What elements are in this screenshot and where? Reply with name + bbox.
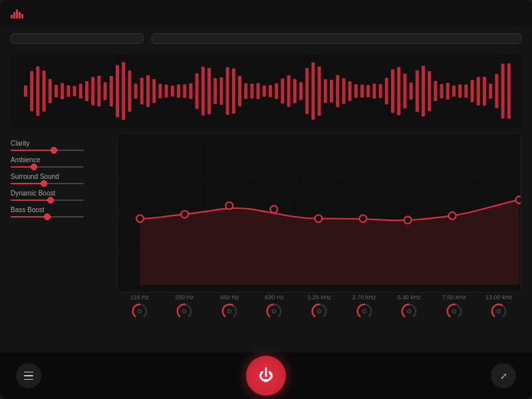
knob-item-6 xyxy=(386,302,432,321)
logo-bar-2 xyxy=(13,12,15,19)
preset-dropdown[interactable] xyxy=(11,33,144,44)
expand-button[interactable]: ⤢ xyxy=(491,363,516,388)
knob-item-8 xyxy=(477,302,522,321)
menu-line-2 xyxy=(24,375,33,376)
slider-surround-sound[interactable] xyxy=(11,183,84,184)
control-item-dynamic-boost: Dynamic Boost xyxy=(11,190,117,201)
svg-point-103 xyxy=(273,309,277,313)
logo-icon xyxy=(11,8,23,19)
svg-rect-51 xyxy=(336,75,339,108)
svg-rect-36 xyxy=(244,83,247,99)
logo xyxy=(11,8,27,19)
freq-label-0: 115 Hz xyxy=(117,294,162,301)
freq-label-5: 2.70 kHz xyxy=(342,294,387,301)
svg-rect-71 xyxy=(458,84,462,98)
svg-rect-20 xyxy=(146,75,150,107)
svg-rect-31 xyxy=(213,78,217,104)
slider-row-4 xyxy=(11,216,117,217)
svg-point-91 xyxy=(136,215,144,222)
svg-rect-3 xyxy=(43,70,46,111)
svg-rect-45 xyxy=(299,82,303,100)
svg-rect-39 xyxy=(263,86,266,97)
svg-rect-49 xyxy=(324,79,327,103)
svg-point-106 xyxy=(407,309,411,313)
svg-rect-24 xyxy=(171,86,174,96)
svg-rect-2 xyxy=(36,66,39,116)
svg-rect-74 xyxy=(477,76,480,105)
svg-rect-68 xyxy=(440,84,444,98)
svg-rect-13 xyxy=(104,82,107,100)
svg-rect-27 xyxy=(189,83,192,99)
svg-rect-5 xyxy=(55,84,58,97)
svg-rect-37 xyxy=(250,84,253,98)
device-dropdown[interactable] xyxy=(152,33,521,44)
svg-rect-35 xyxy=(238,76,241,106)
knob-item-0 xyxy=(117,302,162,321)
svg-rect-64 xyxy=(416,70,419,112)
expand-icon: ⤢ xyxy=(500,371,507,381)
svg-rect-44 xyxy=(293,79,297,103)
svg-rect-30 xyxy=(207,68,211,114)
svg-rect-19 xyxy=(140,78,144,104)
svg-rect-7 xyxy=(66,85,70,96)
svg-rect-4 xyxy=(49,79,52,104)
svg-point-94 xyxy=(270,205,277,213)
svg-rect-78 xyxy=(501,64,505,118)
svg-rect-33 xyxy=(226,67,229,115)
svg-point-93 xyxy=(225,202,233,209)
svg-rect-42 xyxy=(281,78,284,104)
svg-point-105 xyxy=(362,309,366,313)
svg-rect-22 xyxy=(158,84,162,98)
svg-rect-0 xyxy=(24,86,27,97)
knob-item-3 xyxy=(252,302,297,321)
knob-item-7 xyxy=(432,302,477,321)
knob-item-2 xyxy=(207,302,252,321)
svg-rect-69 xyxy=(446,82,450,99)
knob-svg-0 xyxy=(130,302,149,321)
eq-area xyxy=(117,133,521,293)
control-item-surround-sound: Surround Sound xyxy=(11,173,117,184)
freq-label-8: 13.00 kHz xyxy=(477,294,522,301)
svg-rect-63 xyxy=(410,82,413,100)
svg-rect-41 xyxy=(275,83,278,99)
slider-clarity[interactable] xyxy=(11,150,84,151)
knob-item-5 xyxy=(342,302,387,321)
svg-rect-26 xyxy=(183,84,186,98)
slider-ambience[interactable] xyxy=(11,166,84,168)
svg-rect-38 xyxy=(257,83,260,99)
svg-rect-59 xyxy=(385,78,388,104)
control-label-1: Ambience xyxy=(11,156,117,164)
bottom-bar: ⏻ ⤢ xyxy=(0,352,532,399)
title-bar xyxy=(0,0,532,27)
svg-point-102 xyxy=(227,309,231,313)
slider-row-3 xyxy=(11,200,117,201)
svg-rect-25 xyxy=(177,84,180,98)
controls-row xyxy=(0,27,532,51)
svg-rect-43 xyxy=(287,75,291,106)
svg-rect-60 xyxy=(391,69,394,113)
slider-dynamic-boost[interactable] xyxy=(11,200,84,201)
main-content: ClarityAmbienceSurround SoundDynamic Boo… xyxy=(11,133,521,293)
svg-point-107 xyxy=(452,309,456,313)
app-window: // Will be rendered via JS below Clarity… xyxy=(0,0,532,399)
eq-svg xyxy=(118,134,521,292)
svg-point-99 xyxy=(515,196,521,203)
waveform-container: // Will be rendered via JS below xyxy=(11,55,521,128)
svg-rect-17 xyxy=(128,70,131,112)
menu-line-3 xyxy=(24,379,33,380)
svg-rect-1 xyxy=(30,71,33,111)
svg-rect-62 xyxy=(403,74,406,108)
svg-rect-6 xyxy=(61,83,64,99)
freq-label-6: 5.30 kHz xyxy=(386,294,432,301)
menu-line-1 xyxy=(24,372,33,373)
knob-svg-5 xyxy=(355,302,374,321)
svg-rect-15 xyxy=(116,65,119,117)
power-button[interactable]: ⏻ xyxy=(246,356,286,396)
svg-rect-58 xyxy=(379,84,382,98)
slider-bass-boost[interactable] xyxy=(11,216,84,217)
menu-button[interactable] xyxy=(16,363,41,388)
svg-rect-70 xyxy=(452,86,456,97)
svg-rect-16 xyxy=(122,62,125,120)
control-item-ambience: Ambience xyxy=(11,156,117,168)
svg-rect-28 xyxy=(196,73,199,108)
